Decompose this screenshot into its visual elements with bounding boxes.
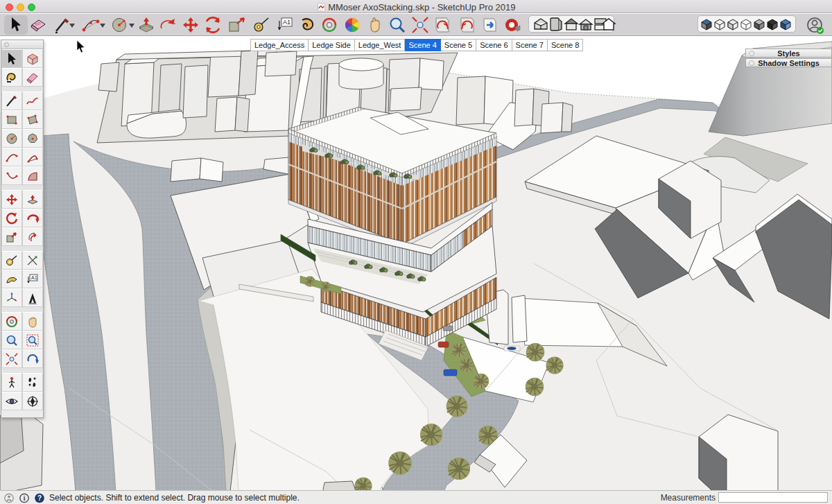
svg-text:i: i <box>24 495 26 502</box>
svg-text:?: ? <box>37 494 42 502</box>
svg-text:A1: A1 <box>283 19 291 26</box>
svg-text:A1: A1 <box>31 275 37 280</box>
